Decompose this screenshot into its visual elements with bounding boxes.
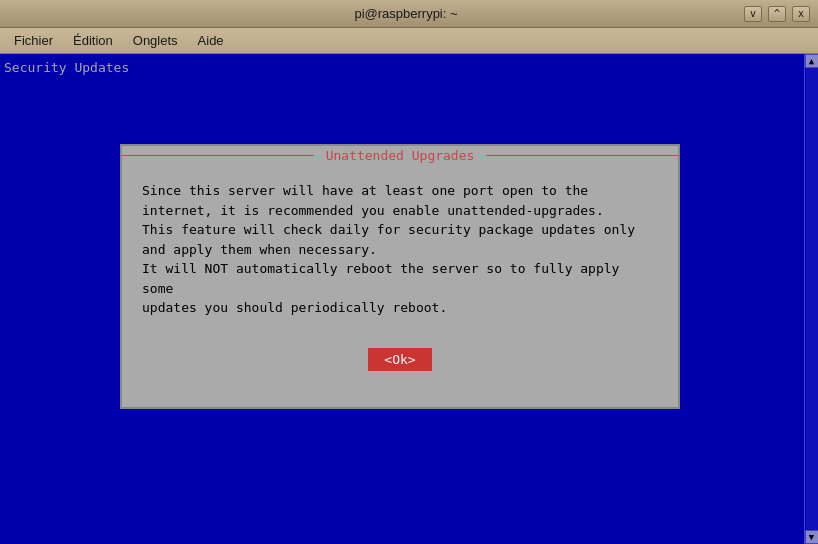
unattended-upgrades-dialog: Unattended Upgrades Since this server wi…	[120, 144, 680, 409]
menubar: Fichier Édition Onglets Aide	[0, 28, 818, 54]
scrollbar[interactable]: ▲ ▼	[804, 54, 818, 544]
dialog-titlebar: Unattended Upgrades	[122, 145, 678, 165]
menu-aide[interactable]: Aide	[188, 30, 234, 51]
scroll-down-arrow[interactable]: ▼	[805, 530, 819, 544]
terminal: Security Updates Unattended Upgrades Sin…	[0, 54, 818, 544]
scroll-track	[806, 68, 818, 530]
titlebar-controls: v ^ x	[744, 6, 810, 22]
security-updates-label: Security Updates	[4, 60, 814, 75]
dialog-title-line-left	[122, 155, 314, 156]
dialog-footer: <Ok>	[142, 348, 658, 387]
minimize-button[interactable]: v	[744, 6, 762, 22]
dialog-body: Since this server will have at least one…	[122, 165, 678, 407]
menu-edition[interactable]: Édition	[63, 30, 123, 51]
close-button[interactable]: x	[792, 6, 810, 22]
dialog-title: Unattended Upgrades	[322, 148, 479, 163]
titlebar-title: pi@raspberrypi: ~	[68, 6, 744, 21]
scroll-up-arrow[interactable]: ▲	[805, 54, 819, 68]
ok-button[interactable]: <Ok>	[368, 348, 431, 371]
menu-fichier[interactable]: Fichier	[4, 30, 63, 51]
dialog-title-line-right	[486, 155, 678, 156]
titlebar: pi@raspberrypi: ~ v ^ x	[0, 0, 818, 28]
dialog-message: Since this server will have at least one…	[142, 181, 658, 318]
menu-onglets[interactable]: Onglets	[123, 30, 188, 51]
maximize-button[interactable]: ^	[768, 6, 786, 22]
